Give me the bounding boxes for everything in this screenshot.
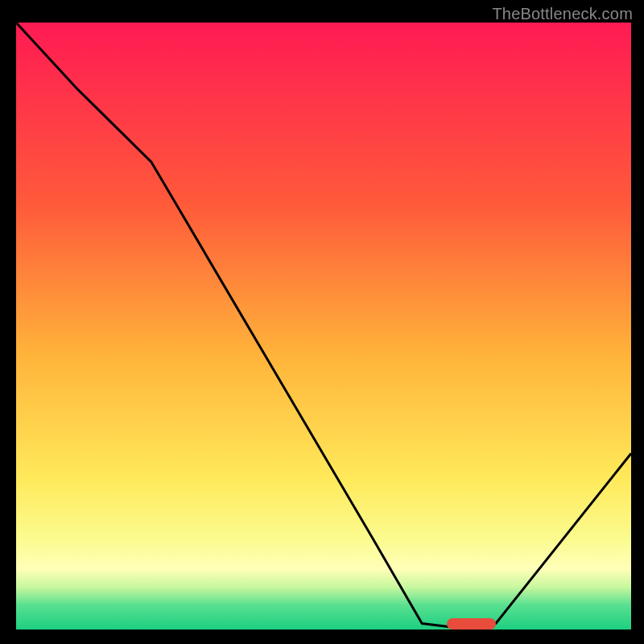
chart-frame: TheBottleneck.com [0,0,644,644]
bottleneck-curve [16,23,631,630]
optimum-marker [447,618,496,630]
watermark-text: TheBottleneck.com [492,5,633,23]
